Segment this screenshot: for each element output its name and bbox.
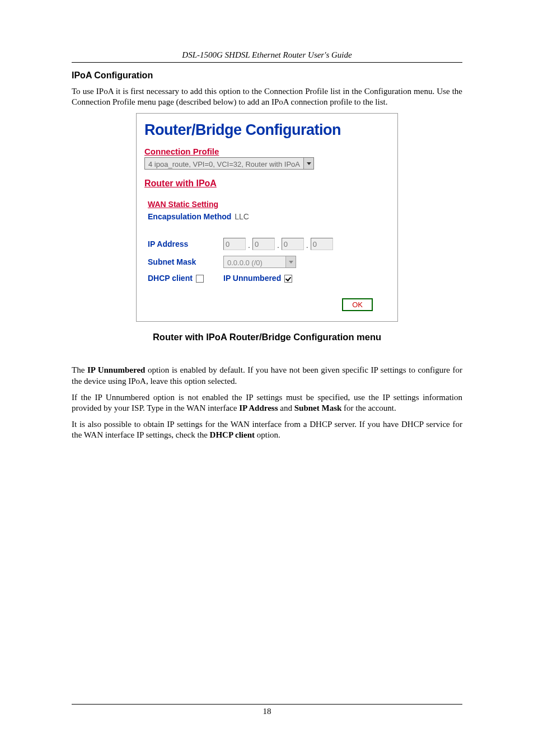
paragraph-ip-settings: If the IP Unnumbered option is not enabl… <box>72 392 462 414</box>
ok-button[interactable]: OK <box>342 298 373 311</box>
ip-unnumbered-checkbox[interactable] <box>284 275 292 283</box>
encapsulation-row: Encapsulation Method LLC <box>148 212 390 221</box>
dhcp-client-label: DHCP client <box>148 274 193 283</box>
subnet-mask-value: 0.0.0.0 (/0) <box>224 256 285 267</box>
connection-profile-value: 4 ipoa_route, VPI=0, VCI=32, Router with… <box>145 158 303 169</box>
encapsulation-value: LLC <box>235 212 249 221</box>
wan-static-setting-heading: WAN Static Setting <box>148 200 390 209</box>
dot-icon: . <box>248 241 250 250</box>
footer-rule <box>72 704 462 705</box>
ip-octet-4[interactable] <box>311 238 333 250</box>
dot-icon: . <box>306 241 308 250</box>
ip-address-label: IP Address <box>148 240 223 248</box>
svg-marker-0 <box>307 162 311 165</box>
ip-octet-1[interactable] <box>223 238 246 250</box>
ip-octet-3[interactable] <box>282 238 304 250</box>
svg-marker-1 <box>289 261 293 264</box>
subnet-mask-label: Subnet Mask <box>148 257 223 266</box>
ip-address-group: . . . <box>223 238 390 250</box>
paragraph-ip-unnumbered: The IP Unnumbered option is enabled by d… <box>72 365 462 386</box>
header-rule <box>72 62 462 63</box>
paragraph-dhcp: It is also possible to obtain IP setting… <box>72 419 462 440</box>
doc-header: DSL-1500G SHDSL Ethernet Router User's G… <box>72 50 462 62</box>
page-number: 18 <box>72 707 462 716</box>
dhcp-client-checkbox[interactable] <box>196 275 204 283</box>
encapsulation-label: Encapsulation Method <box>148 212 231 221</box>
connection-profile-dropdown[interactable]: 4 ipoa_route, VPI=0, VCI=32, Router with… <box>144 157 314 170</box>
ip-octet-2[interactable] <box>252 238 275 250</box>
panel-title: Router/Bridge Configuration <box>144 121 390 139</box>
intro-paragraph: To use IPoA it is first necessary to add… <box>72 86 462 107</box>
router-with-ipoa-heading: Router with IPoA <box>144 179 390 189</box>
config-panel: Router/Bridge Configuration Connection P… <box>136 113 398 322</box>
figure-caption: Router with IPoA Router/Bridge Configura… <box>72 332 462 342</box>
subnet-mask-select[interactable]: 0.0.0.0 (/0) <box>223 256 296 268</box>
dot-icon: . <box>277 241 279 250</box>
chevron-down-icon <box>285 256 296 267</box>
chevron-down-icon <box>303 158 313 169</box>
ip-unnumbered-label: IP Unnumbered <box>223 274 281 283</box>
section-heading: IPoA Configuration <box>72 71 462 81</box>
connection-profile-heading: Connection Profile <box>144 147 219 156</box>
